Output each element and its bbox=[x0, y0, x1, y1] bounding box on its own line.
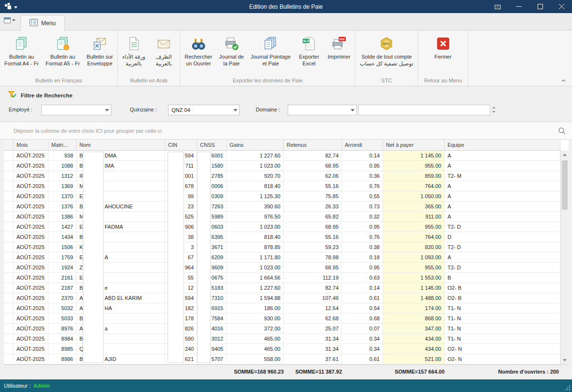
ribbon-button-bulletin-a4-fr[interactable]: Bulletin au Format A4 - Fr bbox=[1, 31, 42, 75]
svg-text:PDF: PDF bbox=[340, 38, 345, 41]
scrollbar-thumb[interactable] bbox=[562, 160, 568, 210]
cell-arrondi: 0.34 bbox=[342, 334, 383, 344]
column-header-net[interactable]: Net à payer bbox=[383, 140, 445, 150]
column-header-mois[interactable]: Mois bbox=[14, 140, 48, 150]
redaction-box-cin bbox=[168, 152, 184, 363]
ribbon-button-journal-pointage[interactable]: Journal Pointage et Paie bbox=[247, 31, 294, 75]
cell-retenus: 62.68 bbox=[284, 314, 342, 323]
ribbon-button-exporter-excel[interactable]: XLSExporter Excel bbox=[294, 31, 324, 75]
cell-retenus: 59.23 bbox=[284, 242, 342, 252]
column-header-equipe[interactable]: Equipe bbox=[445, 140, 560, 150]
cell-equipe: T1- N bbox=[445, 324, 560, 333]
cell-net: 764.00 bbox=[383, 181, 445, 191]
quinzaine-combobox[interactable]: QNZ 04 bbox=[168, 105, 240, 115]
ribbon-button-fermer[interactable]: Fermer bbox=[428, 31, 458, 75]
cell-net: 764.00 bbox=[383, 232, 445, 242]
ribbon-button-label: Journal Pointage et Paie bbox=[250, 53, 291, 67]
column-header-arrondi[interactable]: Arrondi bbox=[342, 140, 383, 150]
cell-mois: AOÛT-2025 bbox=[14, 334, 48, 344]
cell-matricule: 1312 bbox=[48, 171, 77, 181]
cell-net: 955.00 bbox=[383, 222, 445, 232]
app-logo-icon[interactable] bbox=[4, 2, 12, 11]
group-by-bar[interactable]: Déposer la colonne de votre choix ICI po… bbox=[0, 122, 572, 140]
cell-equipe: O2- N bbox=[445, 354, 560, 364]
cell-arrondi: 0.95 bbox=[342, 161, 383, 171]
cell-gains: 186.00 bbox=[227, 303, 284, 313]
docs-a4-icon bbox=[14, 35, 29, 51]
close-red-icon bbox=[436, 35, 450, 51]
scroll-down-icon[interactable] bbox=[561, 356, 569, 364]
ribbon-button-bulletin-enveloppe[interactable]: Bulletin sur Enveloppe bbox=[83, 31, 116, 75]
cell-gains: 1 125.30 bbox=[227, 191, 284, 201]
resize-grip[interactable] bbox=[564, 384, 570, 390]
extra-input[interactable] bbox=[358, 105, 490, 115]
minimize-button[interactable] bbox=[508, 0, 529, 13]
nom-suffix: A bbox=[105, 252, 108, 262]
cell-net: 434.00 bbox=[383, 334, 445, 344]
vertical-scrollbar[interactable] bbox=[560, 151, 569, 364]
cell-arrondi: 0.61 bbox=[342, 354, 383, 364]
quick-access-button[interactable] bbox=[4, 17, 15, 23]
cell-mois: AOÛT-2025 bbox=[14, 324, 48, 333]
column-header-cnss[interactable]: CNSS bbox=[197, 140, 227, 150]
row-indicator bbox=[4, 303, 14, 313]
cell-mois: AOÛT-2025 bbox=[14, 151, 48, 160]
close-button[interactable] bbox=[551, 0, 572, 13]
column-header-cin[interactable]: CIN bbox=[165, 140, 197, 150]
cell-equipe: O2- N bbox=[445, 344, 560, 354]
cell-equipe: T1- N bbox=[445, 314, 560, 323]
cell-gains: 1 227.60 bbox=[227, 151, 284, 160]
row-indicator bbox=[4, 334, 14, 344]
row-indicator bbox=[4, 181, 14, 191]
cell-retenus: 65.82 bbox=[284, 212, 342, 221]
cell-mois: AOÛT-2025 bbox=[14, 303, 48, 313]
domaine-label: Domaine : bbox=[256, 107, 280, 112]
cell-net: 174.00 bbox=[383, 303, 445, 313]
scroll-up-icon[interactable] bbox=[561, 151, 569, 159]
ribbon-group: ورقة الأداء بالعربيةالظرف بالعربيةBullet… bbox=[118, 31, 180, 86]
cell-gains: 465.00 bbox=[227, 344, 284, 354]
binoculars-icon bbox=[191, 35, 206, 51]
ribbon-button-rechercher-ouvrier[interactable]: Rechercher un Ouvrier bbox=[181, 31, 216, 75]
cell-mois: AOÛT-2025 bbox=[14, 283, 48, 293]
row-indicator bbox=[4, 263, 14, 272]
column-header-retenus[interactable]: Retenus bbox=[284, 140, 342, 150]
search-icon[interactable] bbox=[558, 127, 572, 135]
cell-retenus: 55.16 bbox=[284, 232, 342, 242]
cell-retenus: 78.98 bbox=[284, 252, 342, 262]
column-header-matricule[interactable]: Matri... bbox=[48, 140, 77, 150]
cell-net: 859.00 bbox=[383, 171, 445, 181]
column-header-nom[interactable]: Nom bbox=[77, 140, 165, 150]
ribbon-button-feuille-arabe[interactable]: ورقة الأداء بالعربية bbox=[119, 31, 149, 75]
cell-gains: 1 023.00 bbox=[227, 263, 284, 272]
ribbon-button-journal-paie[interactable]: Journal de la Paie bbox=[216, 31, 247, 75]
cell-equipe: A bbox=[445, 181, 560, 191]
cell-gains: 390.60 bbox=[227, 202, 284, 211]
ribbon-button-solde-tout-compte[interactable]: STCSolde de tout compte توصيل تصفية كل ح… bbox=[356, 31, 417, 75]
ribbon-button-label: Journal de la Paie bbox=[219, 53, 244, 67]
ribbon-button-enveloppe-arabe[interactable]: الظرف بالعربية bbox=[149, 31, 179, 75]
ribbon-options-button[interactable] bbox=[487, 0, 508, 13]
cell-matricule: 8984 bbox=[48, 334, 77, 344]
cell-retenus: 62.06 bbox=[284, 171, 342, 181]
cell-arrondi: 0.32 bbox=[342, 212, 383, 221]
cell-matricule: 5033 bbox=[48, 314, 77, 323]
titlebar-dropdown-icon[interactable] bbox=[14, 4, 17, 10]
tab-menu[interactable]: Menu bbox=[20, 15, 65, 31]
column-header-gains[interactable]: Gains bbox=[227, 140, 284, 150]
domaine-combobox[interactable] bbox=[288, 105, 357, 115]
ribbon-button-bulletin-a5-fr[interactable]: iBulletin au Format A5 - Fr bbox=[42, 31, 83, 75]
envelope-doc-icon bbox=[93, 35, 107, 51]
collapse-ribbon-icon[interactable] bbox=[561, 78, 566, 83]
svg-text:XLS: XLS bbox=[303, 39, 309, 43]
cell-equipe: T2- M bbox=[445, 171, 560, 181]
cell-net: 1 145.00 bbox=[383, 283, 445, 293]
ribbon-button-imprimer[interactable]: PDFImprrimer bbox=[324, 31, 354, 75]
cell-gains: 465.00 bbox=[227, 334, 284, 344]
cell-retenus: 68.95 bbox=[284, 263, 342, 272]
cell-retenus: 82.74 bbox=[284, 151, 342, 160]
maximize-button[interactable] bbox=[529, 0, 551, 13]
spinner-icons[interactable] bbox=[492, 106, 496, 115]
employe-combobox[interactable] bbox=[41, 105, 111, 115]
cell-equipe: T1- N bbox=[445, 303, 560, 313]
